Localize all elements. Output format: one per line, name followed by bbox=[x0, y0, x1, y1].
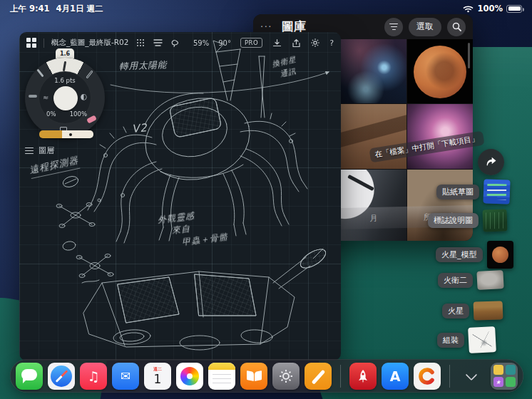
layers-icon bbox=[25, 147, 34, 155]
file-label: 貼紙草圖 bbox=[436, 185, 479, 200]
document-title[interactable]: 概念_藍圖_最終版-R02 bbox=[51, 38, 128, 48]
rocket-icon bbox=[355, 368, 371, 384]
concepts-app-icon[interactable] bbox=[414, 363, 441, 390]
mail-app-icon[interactable]: ✉ bbox=[112, 363, 139, 390]
color-slider[interactable] bbox=[39, 130, 93, 138]
ipad-screen: 上午 9:41 4月1日 週二 100% ··· 圖庫 選取 bbox=[0, 0, 532, 399]
select-button[interactable]: 選取 bbox=[409, 18, 441, 36]
scrollbar[interactable] bbox=[468, 43, 470, 68]
forward-arrow-icon bbox=[484, 155, 498, 170]
import-icon[interactable] bbox=[272, 38, 282, 48]
dots-grid-icon[interactable] bbox=[135, 38, 145, 48]
status-time: 上午 9:41 bbox=[10, 4, 50, 14]
zoom-level[interactable]: 59% bbox=[193, 39, 209, 47]
dragged-file-item[interactable]: 貼紙草圖 bbox=[436, 180, 510, 204]
stroke-size-label: 1.6 pts bbox=[39, 77, 91, 84]
dragged-file-item[interactable]: 火星 bbox=[442, 301, 503, 320]
opacity-min-label: 0% bbox=[46, 110, 56, 118]
dock-divider bbox=[340, 365, 341, 388]
file-thumbnail-green-diagram[interactable] bbox=[482, 209, 507, 232]
window-controls-icon[interactable]: ··· bbox=[260, 21, 279, 32]
photo-thumbnail-nebula[interactable] bbox=[341, 39, 406, 103]
calendar-app-icon[interactable]: 週二 1 bbox=[144, 363, 171, 390]
dragged-file-item[interactable]: 組裝 bbox=[437, 327, 496, 353]
file-thumbnail-mars-surface[interactable] bbox=[474, 301, 503, 320]
lasso-select-icon[interactable] bbox=[170, 38, 180, 48]
file-thumbnail-mars-model[interactable] bbox=[487, 241, 513, 269]
share-forward-button[interactable] bbox=[478, 149, 504, 175]
messages-app-icon[interactable] bbox=[16, 363, 43, 390]
active-color-swatch[interactable] bbox=[53, 86, 78, 110]
status-bar: 上午 9:41 4月1日 週二 100% bbox=[0, 0, 532, 17]
filter-button[interactable] bbox=[384, 18, 403, 36]
dock: ♫ ✉ 週二 1 A bbox=[10, 359, 523, 393]
concepts-c-icon bbox=[418, 367, 436, 385]
file-label: 火衛二 bbox=[438, 273, 473, 288]
app-library-icon[interactable]: ★ bbox=[491, 363, 518, 390]
annotation-version: V2 bbox=[131, 121, 148, 135]
marker-tool-icon[interactable] bbox=[29, 95, 37, 98]
file-label: 火星 bbox=[442, 304, 469, 318]
dragged-file-item[interactable]: 火星_模型 bbox=[436, 241, 513, 269]
album-cover-observatory[interactable] bbox=[341, 170, 406, 241]
opacity-icon[interactable]: ◐ bbox=[80, 92, 87, 101]
file-thumbnail-assembly-sketch[interactable] bbox=[468, 326, 496, 353]
chevron-down-icon[interactable] bbox=[465, 369, 479, 383]
dragged-file-item[interactable]: 標誌說明圖 bbox=[428, 209, 507, 232]
export-icon[interactable] bbox=[291, 38, 301, 48]
photos-app-icon[interactable] bbox=[176, 363, 203, 390]
calendar-day: 1 bbox=[154, 373, 162, 385]
album-label[interactable]: 月 bbox=[341, 212, 406, 224]
settings-gear-icon[interactable] bbox=[310, 38, 320, 48]
tool-wheel[interactable]: 1.6 1.6 pts ≈ ◐ 0% 100% bbox=[25, 58, 105, 138]
wifi-icon bbox=[463, 5, 474, 13]
pro-badge[interactable]: PRO bbox=[240, 38, 262, 48]
dock-divider bbox=[449, 365, 450, 388]
search-button[interactable] bbox=[447, 18, 466, 36]
gear-icon bbox=[278, 368, 294, 384]
file-thumbnail-sticker[interactable] bbox=[483, 179, 510, 204]
app-store-icon[interactable]: A bbox=[382, 363, 409, 390]
slider-handle[interactable] bbox=[69, 133, 72, 136]
safari-app-icon[interactable] bbox=[48, 363, 75, 390]
opacity-max-label: 100% bbox=[70, 110, 87, 118]
battery-percent: 100% bbox=[477, 4, 503, 14]
workspace-grid-icon[interactable] bbox=[26, 38, 36, 48]
books-app-icon[interactable] bbox=[240, 363, 267, 390]
status-date: 4月1日 週二 bbox=[56, 4, 103, 14]
brush-size-tab[interactable]: 1.6 bbox=[56, 48, 74, 58]
toolbar-divider bbox=[44, 38, 44, 48]
file-label: 組裝 bbox=[437, 333, 464, 348]
concepts-app-window: 概念_藍圖_最終版-R02 59% 90° PRO bbox=[19, 32, 341, 361]
photo-thumbnail-mars-planet[interactable] bbox=[407, 39, 473, 103]
layers-button[interactable]: 圖層 bbox=[22, 144, 57, 157]
file-label: 火星_模型 bbox=[436, 247, 483, 262]
search-icon bbox=[452, 22, 461, 31]
file-thumbnail-deimos[interactable] bbox=[476, 270, 503, 290]
battery-icon bbox=[506, 5, 522, 13]
drawing-app-icon[interactable] bbox=[305, 363, 332, 390]
help-button[interactable]: ? bbox=[329, 38, 334, 48]
notes-app-icon[interactable] bbox=[208, 363, 235, 390]
tool-wheel-inner[interactable]: 1.6 pts ≈ ◐ 0% 100% bbox=[39, 71, 91, 124]
smoothing-icon[interactable]: ≈ bbox=[43, 93, 48, 101]
layers-label: 圖層 bbox=[39, 145, 54, 156]
rocket-app-icon[interactable] bbox=[349, 363, 377, 390]
annotation-solar: 轉用太陽能 bbox=[119, 59, 168, 73]
settings-app-icon[interactable] bbox=[272, 363, 300, 390]
menu-lines-icon[interactable] bbox=[153, 38, 163, 48]
file-label: 標誌說明圖 bbox=[428, 213, 479, 228]
dragged-file-item[interactable]: 火衛二 bbox=[438, 271, 503, 289]
rotation-value[interactable]: 90° bbox=[218, 39, 231, 47]
filter-icon bbox=[389, 24, 398, 31]
music-app-icon[interactable]: ♫ bbox=[80, 363, 107, 390]
